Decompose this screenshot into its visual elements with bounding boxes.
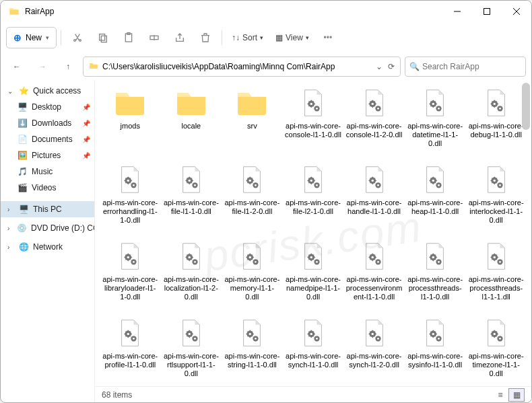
nav-desktop[interactable]: 🖥️Desktop📌: [1, 99, 94, 115]
svg-point-81: [499, 261, 501, 263]
search-box[interactable]: 🔍: [405, 57, 526, 77]
svg-point-107: [493, 333, 495, 335]
svg-point-55: [127, 256, 129, 258]
item-label: api-ms-win-core-localization-l1-2-0.dll: [163, 275, 220, 302]
svg-point-103: [432, 333, 434, 335]
new-label: New: [26, 33, 42, 42]
file-item[interactable]: api-ms-win-core-timezone-l1-1-0.dll: [466, 316, 526, 386]
svg-point-99: [371, 333, 373, 335]
nav-downloads[interactable]: ⬇️Downloads📌: [1, 115, 94, 131]
item-label: api-ms-win-core-sysinfo-l1-1-0.dll: [407, 352, 463, 369]
svg-point-37: [255, 184, 257, 186]
search-input[interactable]: [422, 62, 523, 71]
delete-button[interactable]: [193, 27, 218, 48]
window-controls: [442, 1, 531, 22]
file-item[interactable]: api-ms-win-core-file-l1-2-0.dll: [222, 162, 282, 237]
dll-icon: [236, 240, 268, 272]
dll-icon: [419, 163, 451, 196]
nav-this-pc[interactable]: ›🖥️This PC: [1, 201, 94, 217]
file-item[interactable]: api-ms-win-core-heap-l1-1-0.dll: [405, 162, 465, 237]
icons-view-button[interactable]: ▦: [508, 388, 525, 402]
folder-item[interactable]: locale: [162, 85, 222, 161]
search-icon: 🔍: [409, 62, 420, 71]
file-item[interactable]: api-ms-win-core-profile-l1-1-0.dll: [100, 316, 160, 386]
view-button[interactable]: ▦ View ▾: [270, 33, 314, 42]
svg-point-39: [310, 180, 312, 182]
nav-quick-access[interactable]: ⌄⭐Quick access: [1, 83, 94, 99]
refresh-button[interactable]: ⟳: [388, 62, 395, 71]
maximize-button[interactable]: [472, 1, 502, 22]
dll-icon: [297, 163, 329, 196]
file-item[interactable]: api-ms-win-core-synch-l1-2-0.dll: [344, 316, 404, 386]
dll-icon: [297, 87, 329, 119]
file-item[interactable]: api-ms-win-core-console-l1-2-0.dll: [344, 85, 404, 161]
file-item[interactable]: api-ms-win-core-console-l1-1-0.dll: [284, 85, 343, 161]
details-view-button[interactable]: ≡: [492, 388, 508, 402]
address-bar[interactable]: ⌄ ⟳: [83, 57, 401, 77]
pin-icon: 📌: [82, 136, 90, 143]
paste-button[interactable]: [117, 27, 141, 48]
up-button[interactable]: ↑: [57, 56, 79, 77]
chevron-down-icon[interactable]: ⌄: [376, 62, 383, 71]
svg-point-23: [493, 103, 495, 105]
nav-network[interactable]: ›🌐Network: [1, 239, 94, 255]
sort-icon: ↑↓: [232, 33, 240, 42]
file-item[interactable]: api-ms-win-core-rtlsupport-l1-1-0.dll: [162, 316, 222, 386]
plus-icon: ⊕: [13, 32, 22, 43]
folder-item[interactable]: srv: [222, 85, 282, 161]
file-item[interactable]: api-ms-win-core-namedpipe-l1-1-0.dll: [284, 239, 343, 314]
file-item[interactable]: api-ms-win-core-interlocked-l1-1-0.dll: [466, 162, 526, 237]
folder-icon: [175, 87, 207, 119]
pictures-icon: 🖼️: [17, 150, 28, 161]
copy-button[interactable]: [91, 27, 115, 48]
nav-dvd[interactable]: ›💿DVD Drive (D:) CCCC: [1, 220, 94, 236]
dll-icon: [480, 240, 512, 272]
folder-icon: [9, 6, 20, 17]
file-item[interactable]: api-ms-win-core-datetime-l1-1-0.dll: [405, 85, 465, 161]
file-item[interactable]: api-ms-win-core-errorhandling-l1-1-0.dll: [100, 162, 160, 237]
rename-button[interactable]: [142, 27, 166, 48]
nav-pictures[interactable]: 🖼️Pictures📌: [1, 147, 94, 163]
file-item[interactable]: api-ms-win-core-handle-l1-1-0.dll: [344, 162, 404, 237]
navigation-pane: ⌄⭐Quick access 🖥️Desktop📌 ⬇️Downloads📌 📄…: [1, 80, 95, 402]
dll-icon: [236, 317, 268, 349]
file-item[interactable]: api-ms-win-core-localization-l1-2-0.dll: [162, 239, 222, 314]
file-item[interactable]: api-ms-win-core-file-l2-1-0.dll: [284, 162, 343, 237]
svg-point-63: [249, 256, 251, 258]
file-item[interactable]: api-ms-win-core-processenvironment-l1-1-…: [344, 239, 404, 314]
share-button[interactable]: [168, 27, 192, 48]
file-item[interactable]: api-ms-win-core-synch-l1-1-0.dll: [284, 316, 343, 386]
svg-point-97: [316, 338, 318, 340]
file-item[interactable]: api-ms-win-core-processthreads-l1-1-1.dl…: [466, 239, 526, 314]
cut-button[interactable]: [65, 27, 90, 48]
nav-music[interactable]: 🎵Music: [1, 163, 94, 180]
dll-icon: [175, 317, 207, 349]
file-item[interactable]: api-ms-win-core-string-l1-1-0.dll: [222, 316, 282, 386]
address-input[interactable]: [102, 62, 376, 71]
scrollbar[interactable]: [522, 83, 530, 130]
nav-documents[interactable]: 📄Documents📌: [1, 131, 94, 147]
new-button[interactable]: ⊕ New ▾: [6, 27, 57, 48]
file-item[interactable]: api-ms-win-core-memory-l1-1-0.dll: [222, 239, 282, 314]
file-item[interactable]: api-ms-win-core-libraryloader-l1-1-0.dll: [100, 239, 160, 314]
file-item[interactable]: api-ms-win-core-debug-l1-1-0.dll: [466, 85, 526, 161]
file-item[interactable]: api-ms-win-core-file-l1-1-0.dll: [162, 162, 222, 237]
minimize-button[interactable]: [442, 1, 472, 22]
forward-button[interactable]: →: [32, 56, 53, 77]
folder-item[interactable]: jmods: [100, 85, 160, 161]
file-item[interactable]: api-ms-win-core-processthreads-l1-1-0.dl…: [405, 239, 465, 314]
sort-button[interactable]: ↑↓ Sort ▾: [226, 33, 269, 42]
close-button[interactable]: [502, 1, 531, 22]
dll-icon: [175, 163, 207, 196]
item-label: api-ms-win-core-file-l1-1-0.dll: [163, 198, 220, 216]
file-item[interactable]: api-ms-win-core-sysinfo-l1-1-0.dll: [405, 316, 465, 386]
file-grid[interactable]: jmodslocalesrvapi-ms-win-core-console-l1…: [95, 80, 531, 386]
svg-point-19: [432, 103, 434, 105]
item-label: api-ms-win-core-debug-l1-1-0.dll: [468, 122, 525, 139]
item-label: api-ms-win-core-processthreads-l1-1-1.dl…: [468, 275, 525, 302]
svg-point-49: [438, 184, 440, 186]
svg-point-33: [194, 184, 196, 186]
nav-videos[interactable]: 🎬Videos: [1, 180, 94, 196]
back-button[interactable]: ←: [6, 56, 28, 77]
more-button[interactable]: •••: [316, 27, 340, 48]
